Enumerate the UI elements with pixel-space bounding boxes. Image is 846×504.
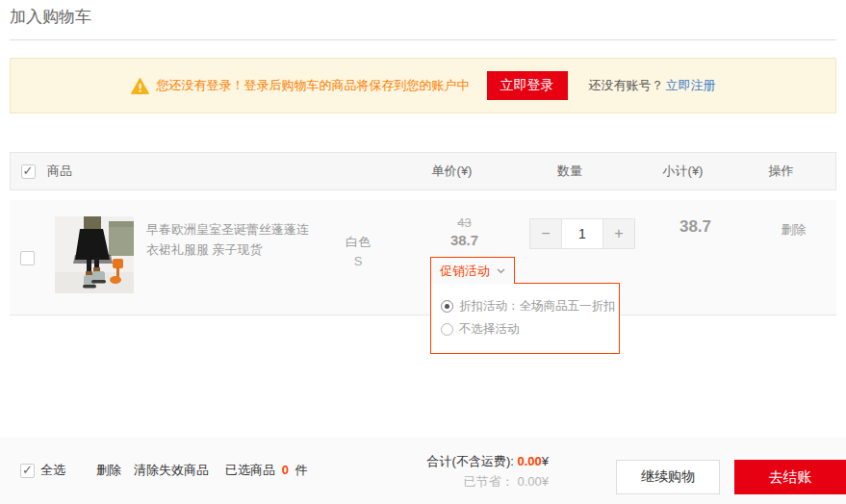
promotion-dropdown-toggle[interactable]: 促销活动 — [430, 257, 515, 284]
selected-suffix: 件 — [295, 463, 307, 477]
header-product: 商品 — [45, 163, 299, 180]
header-quantity: 数量 — [512, 163, 628, 180]
selected-count-text: 已选商品 0 件 — [225, 462, 307, 479]
current-price: 38.7 — [404, 232, 525, 248]
delete-item-link[interactable]: 删除 — [782, 222, 807, 237]
header-unit-price: 单价(¥) — [392, 163, 512, 180]
product-image[interactable] — [55, 216, 134, 293]
item-variant: 白色 S — [312, 200, 404, 271]
promotion-panel: 折扣活动：全场商品五一折扣 不选择活动 — [430, 283, 620, 354]
totals-block: 合计(不含运费): 0.00¥ 已节省： 0.00¥ — [427, 451, 549, 491]
header-action: 操作 — [738, 163, 824, 180]
promotion-dropdown: 促销活动 折扣活动：全场商品五一折扣 不选择活动 — [430, 257, 620, 354]
quantity-increase-button[interactable]: + — [603, 218, 635, 249]
quantity-input[interactable] — [561, 218, 603, 249]
page-title: 加入购物车 — [10, 6, 91, 28]
footer-left-group: 全选 删除 清除失效商品 已选商品 0 件 — [20, 462, 307, 479]
saved-line: 已节省： 0.00¥ — [427, 471, 549, 491]
promotion-label: 促销活动 — [440, 263, 490, 280]
item-price-cell: 43 38.7 — [404, 200, 525, 248]
select-all-checkbox[interactable] — [20, 464, 35, 478]
product-title-line1: 早春欧洲皇室圣诞蕾丝蓬蓬连 — [146, 219, 312, 239]
promotion-option-label: 不选择活动 — [459, 317, 520, 340]
item-image-cell — [44, 200, 141, 293]
login-warning-banner: 您还没有登录！登录后购物车的商品将保存到您的账户中 立即登录 还没有账号？ 立即… — [10, 58, 836, 113]
login-warning-message: 您还没有登录！登录后购物车的商品将保存到您的账户中 — [157, 77, 470, 94]
cart-page: 加入购物车 您还没有登录！登录后购物车的商品将保存到您的账户中 立即登录 还没有… — [0, 0, 846, 504]
login-now-button[interactable]: 立即登录 — [487, 71, 568, 100]
promotion-option-label: 折扣活动：全场商品五一折扣 — [459, 294, 616, 317]
clear-invalid-link[interactable]: 清除失效商品 — [134, 462, 209, 479]
header-checkbox-cell — [11, 164, 45, 179]
total-label: 合计(不含运费): — [427, 454, 514, 468]
radio-unselected-icon[interactable] — [441, 323, 453, 336]
total-value: 0.00 — [517, 454, 541, 468]
cart-item-row: 早春欧洲皇室圣诞蕾丝蓬蓬连 衣裙礼服服 亲子现货 白色 S 43 38.7 − … — [10, 200, 836, 315]
original-price: 43 — [404, 215, 525, 230]
promotion-option-discount[interactable]: 折扣活动：全场商品五一折扣 — [441, 294, 613, 317]
radio-selected-icon[interactable] — [441, 300, 453, 313]
product-title-line2: 衣裙礼服服 亲子现货 — [146, 239, 312, 260]
saved-currency: ¥ — [542, 474, 549, 489]
promotion-option-none[interactable]: 不选择活动 — [441, 317, 613, 340]
quantity-decrease-button[interactable]: − — [529, 218, 561, 249]
total-line: 合计(不含运费): 0.00¥ — [427, 451, 549, 471]
selected-count: 0 — [282, 463, 289, 477]
register-now-link[interactable]: 立即注册 — [666, 77, 716, 94]
cart-footer-bar: 全选 删除 清除失效商品 已选商品 0 件 合计(不含运费): 0.00¥ 已节… — [0, 438, 846, 504]
warning-triangle-icon — [131, 78, 149, 94]
item-checkbox[interactable] — [20, 251, 35, 265]
select-all-checkbox-header[interactable] — [21, 164, 36, 179]
item-quantity-cell: − + — [525, 200, 640, 249]
total-currency: ¥ — [542, 454, 549, 468]
saved-label: 已节省： — [464, 474, 514, 489]
header-subtotal: 小计(¥) — [628, 163, 738, 180]
saved-value: 0.00 — [517, 474, 541, 489]
variant-color: 白色 — [312, 233, 404, 252]
select-all-label[interactable]: 全选 — [40, 462, 65, 479]
checkout-button[interactable]: 去结账 — [734, 460, 846, 494]
selected-prefix: 已选商品 — [225, 463, 275, 477]
item-subtotal: 38.7 — [640, 200, 751, 237]
continue-shopping-button[interactable]: 继续购物 — [616, 460, 720, 494]
product-title[interactable]: 早春欧洲皇室圣诞蕾丝蓬蓬连 衣裙礼服服 亲子现货 — [141, 200, 312, 260]
title-divider — [10, 39, 836, 40]
variant-size: S — [312, 252, 404, 271]
cart-table-header: 商品 单价(¥) 数量 小计(¥) 操作 — [10, 152, 836, 190]
delete-selected-link[interactable]: 删除 — [96, 462, 121, 479]
item-checkbox-cell — [10, 200, 44, 265]
no-account-text: 还没有账号？ — [589, 77, 664, 94]
item-action-cell: 删除 — [751, 200, 836, 239]
chevron-down-icon — [497, 268, 505, 274]
